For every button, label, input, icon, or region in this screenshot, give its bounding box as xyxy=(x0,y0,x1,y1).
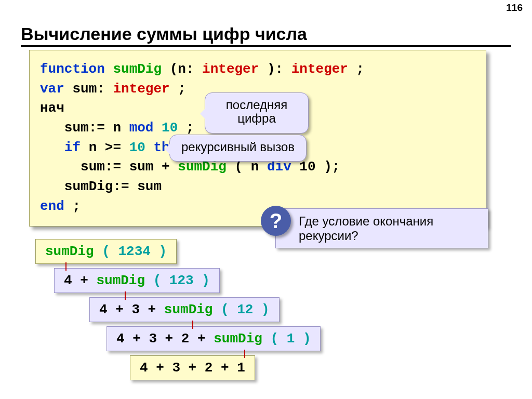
l1b: 10 xyxy=(162,120,178,136)
s1-pre: 4 + xyxy=(64,273,96,288)
paren-open: (n: xyxy=(170,61,194,77)
l4: sumDig:= sum xyxy=(64,179,162,194)
type-int-3: integer xyxy=(113,81,169,97)
s1-arg: ( 123 ) xyxy=(153,273,210,288)
l3c: 10 ); xyxy=(299,159,340,175)
paren-close: ): xyxy=(267,61,283,77)
page-title: Вычисление суммы цифр числа xyxy=(21,24,511,47)
s2-arg: ( 12 ) xyxy=(221,302,270,317)
kw-end: end xyxy=(40,198,64,214)
fn-name: sumDig xyxy=(113,61,162,77)
semi-3: ; xyxy=(186,120,194,136)
l1a: sum:= n xyxy=(64,120,121,136)
l2b: n >= xyxy=(89,140,121,155)
kw-var: var xyxy=(40,81,64,97)
type-int-1: integer xyxy=(202,61,259,77)
s3-arg: ( 1 ) xyxy=(270,331,311,347)
semi-2: ; xyxy=(178,81,186,97)
s3-fn: sumDig xyxy=(214,331,262,347)
s0-arg: ( 1234 ) xyxy=(102,244,167,259)
kw-if: if xyxy=(64,140,81,155)
s3-pre: 4 + 3 + 2 + xyxy=(116,331,214,347)
s2-fn: sumDig xyxy=(164,302,213,317)
l2c: 10 xyxy=(129,140,145,155)
connector-3-4 xyxy=(244,350,245,358)
connector-0-1 xyxy=(65,262,66,271)
s1-fn: sumDig xyxy=(96,273,145,288)
step-2: 4 + 3 + sumDig ( 12 ) xyxy=(89,297,280,322)
s0-fn: sumDig xyxy=(45,244,94,259)
kw-function: function xyxy=(40,61,105,77)
step-1: 4 + sumDig ( 123 ) xyxy=(54,268,220,293)
callout-last-digit: последняяцифра xyxy=(205,92,309,134)
l3a: sum:= sum + xyxy=(81,159,170,175)
question-box: Где условие окончания рекурсии? xyxy=(275,208,488,248)
s2-pre: 4 + 3 + xyxy=(99,302,164,317)
page-number: 116 xyxy=(506,2,523,14)
connector-2-3 xyxy=(192,321,193,329)
step-0: sumDig ( 1234 ) xyxy=(35,239,177,264)
semi-4: ; xyxy=(72,198,81,214)
type-int-2: integer xyxy=(291,61,348,77)
callout-recursive-call: рекурсивный вызов xyxy=(169,135,307,162)
code-line-7: sumDig:= sum xyxy=(40,177,475,197)
step-3: 4 + 3 + 2 + sumDig ( 1 ) xyxy=(107,326,321,351)
connector-1-2 xyxy=(125,291,126,300)
semi-1: ; xyxy=(356,61,365,77)
code-line-1: function sumDig (n: integer ): integer ; xyxy=(40,60,475,79)
step-4: 4 + 3 + 2 + 1 xyxy=(130,355,255,380)
question-icon: ? xyxy=(261,206,291,236)
var-name: sum: xyxy=(72,81,104,97)
kw-mod: mod xyxy=(129,120,154,136)
